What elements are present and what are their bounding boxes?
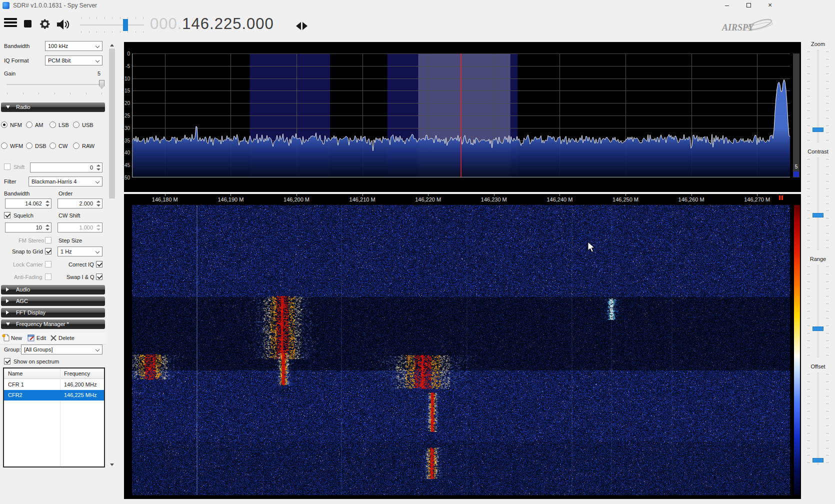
radio-icon[interactable] [26,142,32,149]
mode-am-radio[interactable]: AM [26,122,51,130]
slider-thumb[interactable] [812,326,824,331]
new-button[interactable]: New [2,334,22,343]
minimize-button[interactable]: – [718,0,736,11]
frequency-manager-toolbar: New Edit Delete [0,332,106,344]
filter-label: Filter [4,178,16,184]
frequency-display[interactable]: 000.146.225.000 [150,15,274,33]
spinner-icon[interactable] [44,200,50,208]
table-row[interactable]: CFR2 146,225 MHz [4,390,104,400]
stop-button[interactable] [24,20,32,28]
sidebar-scrollbar[interactable] [108,42,116,468]
contrast-slider[interactable] [801,158,835,250]
spinner-icon[interactable] [95,200,102,208]
frequency-value[interactable]: 146.225.000 [182,15,274,32]
mode-cw-radio[interactable]: CW [50,142,74,150]
slider-thumb[interactable] [812,458,824,462]
mode-raw-radio[interactable]: RAW [73,142,98,150]
show-on-spectrum-checkbox[interactable] [4,358,10,364]
iq-format-label: IQ Format [4,58,29,64]
group-dropdown[interactable]: [All Groups] [21,344,102,354]
db-axis-label: -30 [118,126,130,131]
iq-format-dropdown[interactable]: PCM 8bit [45,56,102,66]
table-row[interactable]: CFR 1 146,200 MHz [4,380,104,390]
mode-lsb-radio[interactable]: LSB [50,122,74,130]
speaker-icon[interactable] [56,18,70,32]
collapse-icon [6,106,10,108]
gain-slider-thumb[interactable] [99,80,104,89]
volume-slider[interactable] [79,16,145,34]
window-title: SDR# v1.0.0.1631 - Spy Server [13,2,97,9]
spectrum-canvas[interactable] [132,54,790,178]
mode-nfm-radio[interactable]: NFM [1,122,26,130]
shift-input[interactable]: 0 [30,162,102,172]
scrollbar-thumb[interactable] [109,48,115,198]
offset-slider[interactable] [801,372,835,465]
squelch-indicator-value: 5 [793,164,800,170]
delete-label: Delete [58,334,74,341]
radio-icon[interactable] [73,142,80,149]
maximize-button[interactable] [740,0,757,11]
squelch-input[interactable]: 10 [5,222,52,232]
volume-thumb[interactable] [123,19,128,31]
radio-icon[interactable] [73,122,80,128]
spinner-icon[interactable] [95,164,102,172]
shift-checkbox[interactable] [4,164,10,170]
freq-tick [494,194,494,196]
volume-track [80,24,144,26]
panel-header-fft-display[interactable]: FFT Display [1,308,105,318]
step-down-icon[interactable] [296,22,301,30]
snap-to-grid-checkbox[interactable] [45,248,52,254]
radio-icon[interactable] [1,122,8,128]
step-up-icon[interactable] [302,22,308,30]
db-axis-label: -25 [118,113,130,118]
range-slider[interactable] [801,265,835,358]
db-axis-label: -10 [118,76,130,82]
slider-thumb[interactable] [812,128,824,132]
panel-header-agc[interactable]: AGC [1,296,105,306]
order-input[interactable]: 2.000 [58,198,102,208]
correct-iq-checkbox[interactable] [96,261,102,268]
filter-bandwidth-input[interactable]: 14.062 [5,198,52,208]
freq-axis-label: 146,220 M [415,196,441,202]
freq-axis-label: 146,270 M [744,196,770,202]
mode-usb-radio[interactable]: USB [73,122,98,130]
zoom-slider[interactable] [801,50,835,142]
scroll-down-icon[interactable] [110,464,114,466]
swap-iq-checkbox[interactable] [96,274,102,280]
radio-icon[interactable] [50,122,56,128]
settings-gear-icon[interactable] [39,18,51,31]
edit-button[interactable]: Edit [28,334,46,343]
column-header-name[interactable]: Name [4,368,60,379]
waterfall-canvas[interactable] [132,205,790,495]
bandwidth-dropdown[interactable]: 100 kHz [45,41,102,51]
filter-dropdown[interactable]: Blackman-Harris 4 [28,176,102,186]
radio-icon[interactable] [1,142,8,149]
panel-header-radio[interactable]: Radio [1,102,105,112]
panel-header-audio[interactable]: Audio [1,285,105,294]
squelch-checkbox[interactable] [4,212,10,218]
bottom-strip [124,499,801,504]
mode-wfm-radio[interactable]: WFM [1,142,26,150]
freq-axis-label: 146,190 M [218,196,244,202]
close-button[interactable]: × [762,0,778,11]
gain-slider[interactable] [6,84,104,85]
step-size-dropdown[interactable]: 1 Hz [58,246,102,256]
expand-icon [6,299,9,303]
slider-thumb[interactable] [812,213,824,218]
freq-tick [165,194,166,196]
panel-header-frequency-manager[interactable]: Frequency Manager * [1,320,105,329]
mode-label: NFM [10,122,22,128]
column-header-frequency[interactable]: Frequency [60,368,104,379]
radio-icon[interactable] [50,142,56,149]
radio-icon[interactable] [26,122,32,128]
frequency-step-arrows[interactable] [296,22,311,31]
svg-text:AIRSPY: AIRSPY [722,22,754,32]
mode-dsb-radio[interactable]: DSB [26,142,51,150]
spinner-icon[interactable] [44,224,50,232]
mode-label: AM [35,122,44,128]
frequency-table[interactable]: Name Frequency CFR 1 146,200 MHz CFR2 14… [3,368,105,468]
menu-icon[interactable] [4,18,17,29]
delete-button[interactable]: Delete [50,334,74,343]
scroll-up-icon[interactable] [110,44,114,46]
maximize-icon [746,3,751,8]
